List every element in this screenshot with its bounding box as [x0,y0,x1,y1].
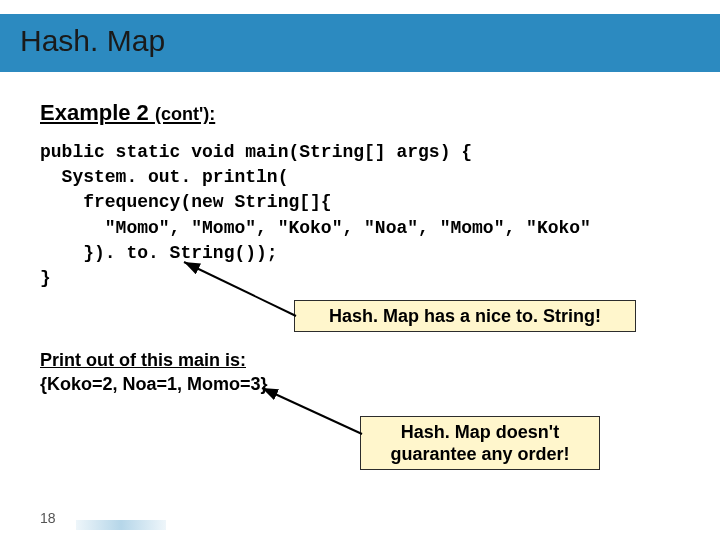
code-block: public static void main(String[] args) {… [40,140,680,291]
callout-order: Hash. Map doesn't guarantee any order! [360,416,600,470]
subtitle-main: Example 2 [40,100,155,125]
example-subtitle: Example 2 (cont'): [40,100,215,126]
printout-label: Print out of this main is: [40,350,246,371]
page-number: 18 [40,510,56,526]
subtitle-cont: (cont'): [155,104,215,124]
printout-value: {Koko=2, Noa=1, Momo=3} [40,374,268,395]
footer-accent [76,520,166,530]
slide-title: Hash. Map [20,24,165,58]
arrow-order [256,384,376,444]
svg-line-1 [262,388,362,434]
callout-tostring: Hash. Map has a nice to. String! [294,300,636,332]
slide: Hash. Map Example 2 (cont'): public stat… [0,0,720,540]
